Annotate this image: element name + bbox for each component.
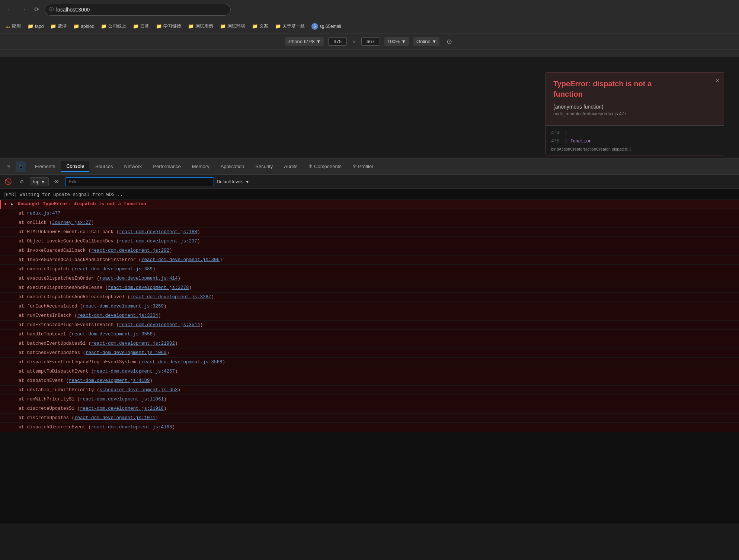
tab-components[interactable]: Components [303,161,346,171]
eye-button[interactable]: 👁 [52,177,62,187]
network-selector[interactable]: Online ▼ [413,37,439,46]
tab-security-label: Security [255,164,273,169]
code-line-474: 474 | [551,129,719,138]
context-dropdown-icon: ▼ [41,179,45,184]
refresh-button[interactable]: ⟳ [31,4,42,15]
default-levels-selector[interactable]: Default levels ▼ [217,179,250,184]
stack-link-23[interactable]: react-dom.development.js:4168 [91,425,172,430]
stack-link-3[interactable]: react-dom.development.js:237 [119,239,197,244]
stack-link-21[interactable]: react-dom.development.js:21918 [80,406,164,411]
tab-sources-label: Sources [95,164,113,169]
bookmark-tapd-label: tapd [35,24,44,29]
tab-network-label: Network [124,164,142,169]
stack-line-11: at runEventsInBatch (react-dom.developme… [0,311,739,321]
address-bar[interactable]: ⓘ localhost:3000 [45,4,231,16]
apidoc-folder-icon: 📁 [73,23,79,29]
bookmark-copy[interactable]: 📁 文案 [249,22,271,30]
clear-console-button[interactable]: 🚫 [3,177,13,187]
testcase-folder-icon: 📁 [188,23,194,29]
back-button[interactable]: ← [4,4,15,15]
tab-sources[interactable]: Sources [90,161,118,171]
filter-toggle-button[interactable]: ⊘ [16,177,27,187]
stack-link-13[interactable]: react-dom.development.js:3558 [72,332,153,337]
bookmark-lanhu[interactable]: 📁 蓝湖 [47,22,70,30]
stack-link-1[interactable]: Journey.jsx:27 [52,220,91,225]
stack-link-0[interactable]: redux.js:477 [27,211,61,216]
stack-line-20: at runWithPriority$1 (react-dom.developm… [0,395,739,404]
bookmark-testcase[interactable]: 📁 测试用例 [185,22,216,30]
bookmarks-bar: ⚏ 应用 📁 tapd 📁 蓝湖 📁 apidoc 📁 公司线上 📁 日常 📁 … [0,19,739,33]
stack-link-18[interactable]: react-dom.development.js:4189 [69,378,150,383]
stack-link-11[interactable]: react-dom.development.js:3304 [77,313,159,318]
more-options-button[interactable]: ⊙ [444,36,454,47]
bookmark-email[interactable]: S sg.65email [308,22,344,31]
tab-memory-label: Memory [192,164,209,169]
console-toolbar: 🚫 ⊘ top ▼ 👁 Default levels ▼ [0,175,739,189]
tab-elements[interactable]: Elements [30,161,60,171]
stack-link-14[interactable]: react-dom.development.js:21902 [91,341,175,346]
tab-profiler[interactable]: Profiler [348,161,379,171]
daily-folder-icon: 📁 [133,23,139,29]
stack-link-17[interactable]: react-dom.development.js:4267 [94,369,175,374]
hmr-message: [HMR] Waiting for update signal from WDS… [3,192,123,197]
bookmark-about[interactable]: 📁 关于塔一丝 [272,22,308,30]
stack-line-8: at executeDispatchesAndRelease (react-do… [0,283,739,293]
bookmark-prod[interactable]: 📁 公司线上 [98,22,129,30]
stack-link-19[interactable]: scheduler.development.js:653 [100,387,178,393]
stack-link-9[interactable]: react-dom.development.js:3287 [130,295,211,300]
stack-line-14: at batchedEventUpdates$1 (react-dom.deve… [0,339,739,348]
tab-console-label: Console [66,163,84,169]
network-label: Online [416,39,431,44]
error-popup-close-button[interactable]: × [715,77,719,85]
expand-error-icon[interactable]: ▶ [11,202,13,206]
code-line-475: 475 | function [551,138,719,146]
apps-folder-icon: ⚏ [6,23,10,29]
stack-link-16[interactable]: react-dom.development.js:3568 [141,360,223,365]
tab-memory[interactable]: Memory [187,161,215,171]
bookmark-tapd[interactable]: 📁 tapd [25,22,47,30]
stack-link-22[interactable]: react-dom.development.js:1071 [74,415,156,421]
stack-line-1: at onClick (Journey.jsx:27) [0,218,739,228]
tab-performance[interactable]: Performance [148,161,186,171]
bookmark-apps[interactable]: ⚏ 应用 [3,22,24,30]
zoom-dropdown-icon: ▼ [401,39,406,44]
stack-line-12: at runExtractedPluginEventsInBatch (reac… [0,321,739,330]
tab-security[interactable]: Security [250,161,278,171]
tab-audits[interactable]: Audits [279,161,303,171]
error-popup: TypeError: dispatch is not afunction × (… [546,72,724,155]
console-filter-input[interactable] [65,177,214,186]
stack-link-10[interactable]: react-dom.development.js:3259 [83,304,164,309]
stack-link-2[interactable]: react-dom.development.js:188 [119,229,197,235]
devtools-cursor-button[interactable]: ⊡ [3,161,13,172]
forward-button[interactable]: → [18,4,28,15]
stack-line-10: at forEachAccumulated (react-dom.develop… [0,302,739,311]
devtools-phone-button[interactable]: 📱 [16,161,26,172]
tab-network[interactable]: Network [119,161,147,171]
code-truncated: bindActionCreator(actionCreator, dispatc… [551,147,719,151]
bookmark-email-label: sg.65email [320,24,341,29]
tab-console[interactable]: Console [61,161,89,172]
context-selector[interactable]: top ▼ [30,177,49,186]
devtools-panel: ⊡ 📱 Elements Console Sources Network Per… [0,158,739,524]
stack-link-8[interactable]: react-dom.development.js:3278 [108,285,189,290]
device-selector[interactable]: iPhone 6/7/8 ▼ [285,37,324,46]
stack-link-5[interactable]: react-dom.development.js:306 [141,257,220,263]
bookmark-apidoc[interactable]: 📁 apidoc [70,22,97,30]
bookmark-daily[interactable]: 📁 日常 [130,22,152,30]
stack-line-6: at executeDispatch (react-dom.developmen… [0,265,739,274]
stack-link-12[interactable]: react-dom.development.js:3514 [119,322,200,328]
bookmark-study[interactable]: 📁 学习链接 [153,22,184,30]
console-line-error-main[interactable]: ● ▶ Uncaught TypeError: dispatch is not … [0,200,739,209]
zoom-selector[interactable]: 100% ▼ [384,37,409,46]
device-height-input[interactable] [361,37,380,46]
bookmark-testenv[interactable]: 📁 测试环境 [217,22,248,30]
stack-link-15[interactable]: react-dom.development.js:1060 [86,350,167,355]
stack-link-6[interactable]: react-dom.development.js:389 [74,267,153,272]
tab-application[interactable]: Application [215,161,250,171]
tapd-folder-icon: 📁 [28,23,33,29]
stack-link-4[interactable]: react-dom.development.js:292 [91,248,169,253]
stack-link-7[interactable]: react-dom.development.js:414 [100,276,178,281]
device-width-input[interactable] [328,37,347,46]
stack-link-20[interactable]: react-dom.development.js:11061 [80,397,164,402]
bookmark-testenv-label: 测试环境 [227,23,245,29]
